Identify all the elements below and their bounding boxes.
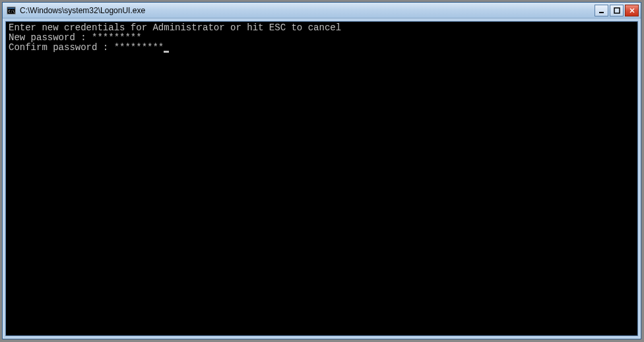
svg-text:C:\: C:\ bbox=[9, 9, 15, 13]
svg-rect-3 bbox=[599, 12, 604, 13]
close-button[interactable] bbox=[625, 5, 639, 16]
new-password-line: New password : ********* bbox=[9, 33, 635, 43]
console-prompt-line: Enter new credentials for Administrator … bbox=[9, 23, 635, 33]
console-icon: C:\ bbox=[6, 5, 16, 16]
confirm-password-value: ********* bbox=[114, 42, 164, 53]
console-output[interactable]: Enter new credentials for Administrator … bbox=[5, 21, 638, 336]
titlebar[interactable]: C:\ C:\Windows\system32\LogonUI.exe bbox=[3, 3, 641, 18]
confirm-password-line: Confirm password : ********* bbox=[9, 43, 635, 53]
maximize-button[interactable] bbox=[610, 5, 624, 16]
confirm-password-label: Confirm password : bbox=[9, 42, 114, 53]
new-password-value: ********* bbox=[92, 32, 142, 43]
minimize-button[interactable] bbox=[595, 5, 608, 16]
console-window: C:\ C:\Windows\system32\LogonUI.exe Ente… bbox=[2, 2, 641, 339]
svg-rect-4 bbox=[614, 8, 620, 13]
new-password-label: New password : bbox=[9, 32, 92, 43]
text-cursor bbox=[164, 51, 169, 53]
window-title: C:\Windows\system32\LogonUI.exe bbox=[20, 6, 595, 15]
window-controls bbox=[595, 5, 639, 16]
